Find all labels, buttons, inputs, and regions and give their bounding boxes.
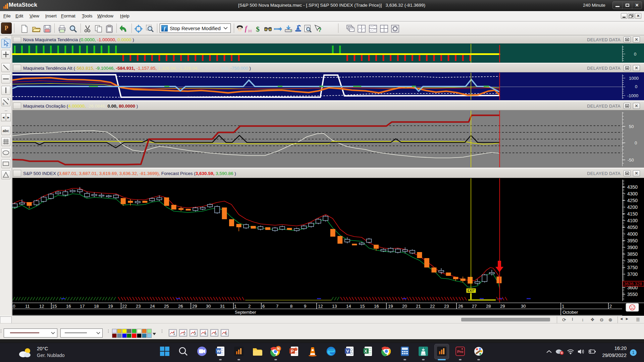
svg-text:26: 26	[178, 304, 183, 309]
svg-text:2: 2	[248, 304, 251, 309]
svg-text:7: 7	[276, 304, 278, 309]
svg-text:Pro: Pro	[457, 350, 464, 354]
svg-text:24: 24	[150, 304, 155, 309]
svg-text:10: 10	[10, 304, 15, 309]
svg-text:4200: 4200	[627, 204, 638, 210]
svg-text:9: 9	[304, 304, 306, 309]
svg-text:3550: 3550	[627, 292, 638, 297]
svg-text:3900: 3900	[627, 245, 638, 250]
svg-text:8: 8	[290, 304, 292, 309]
svg-text:6: 6	[262, 304, 265, 309]
svg-text:30: 30	[206, 304, 211, 309]
svg-text:3636.328: 3636.328	[624, 281, 642, 286]
svg-text:3: 3	[194, 331, 196, 336]
svg-text:2: 2	[609, 304, 612, 309]
svg-text:27: 27	[472, 304, 477, 309]
svg-text:4100: 4100	[627, 218, 638, 223]
svg-text:1: 1	[234, 304, 236, 309]
svg-text:23: 23	[136, 304, 141, 309]
svg-text:V: V	[346, 349, 349, 354]
svg-text:N: N	[277, 347, 280, 351]
svg-text:4050: 4050	[627, 225, 638, 230]
svg-text:-1000: -1000	[627, 93, 638, 98]
svg-text:50: 50	[629, 124, 634, 129]
svg-text:17: 17	[80, 304, 85, 309]
svg-text:0: 0	[634, 52, 636, 57]
svg-text:28: 28	[486, 304, 491, 309]
svg-text:6: 6	[225, 331, 227, 336]
svg-text:-50: -50	[628, 158, 634, 163]
svg-text:14: 14	[346, 304, 351, 309]
svg-text:W: W	[217, 349, 221, 354]
svg-text:12: 12	[39, 304, 44, 309]
svg-text:25: 25	[164, 304, 169, 309]
svg-text:X: X	[364, 349, 367, 354]
svg-text:3700: 3700	[627, 272, 638, 277]
svg-text:1: 1	[173, 331, 175, 336]
svg-text:12: 12	[318, 304, 323, 309]
svg-text:11: 11	[25, 304, 30, 309]
svg-text:4000: 4000	[627, 231, 638, 237]
svg-text:31: 31	[220, 304, 225, 309]
svg-text:15: 15	[360, 304, 365, 309]
svg-text:EXIT: EXIT	[467, 289, 475, 293]
svg-text:September: September	[235, 310, 256, 315]
svg-text:P: P	[291, 349, 294, 354]
svg-text:4250: 4250	[627, 198, 638, 203]
svg-text:22: 22	[122, 304, 127, 309]
svg-text:3850: 3850	[627, 251, 638, 257]
svg-text:29: 29	[500, 304, 505, 309]
svg-text:4150: 4150	[627, 211, 638, 217]
svg-text:4: 4	[204, 331, 206, 336]
svg-text:3750: 3750	[627, 265, 638, 270]
svg-text:23: 23	[444, 304, 449, 309]
svg-text:4350: 4350	[627, 184, 638, 190]
svg-text:18: 18	[94, 304, 99, 309]
svg-text:1000: 1000	[629, 76, 639, 81]
svg-text:29: 29	[192, 304, 197, 309]
svg-text:3800: 3800	[627, 258, 638, 263]
svg-text:30: 30	[521, 304, 526, 309]
svg-text:21: 21	[416, 304, 421, 309]
svg-text:15: 15	[52, 304, 57, 309]
svg-text:20: 20	[402, 304, 407, 309]
svg-text:16: 16	[374, 304, 379, 309]
svg-text:2: 2	[183, 331, 185, 336]
svg-text:1: 1	[562, 304, 564, 309]
svg-text:0: 0	[635, 84, 637, 89]
svg-text:13: 13	[332, 304, 337, 309]
svg-text:22: 22	[430, 304, 435, 309]
svg-text:October: October	[562, 310, 578, 315]
svg-text:19: 19	[388, 304, 393, 309]
svg-text:16: 16	[66, 304, 71, 309]
svg-text:5: 5	[215, 331, 217, 336]
svg-text:19: 19	[108, 304, 113, 309]
svg-text:26: 26	[458, 304, 463, 309]
svg-text:4300: 4300	[627, 191, 638, 196]
svg-text:3950: 3950	[627, 238, 638, 243]
svg-text:0: 0	[635, 140, 637, 145]
